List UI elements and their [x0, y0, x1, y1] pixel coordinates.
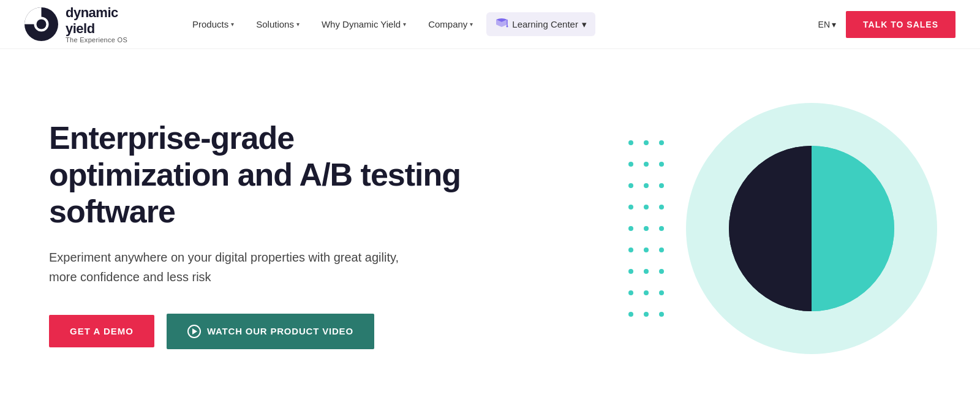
svg-point-29: [628, 312, 633, 317]
svg-point-8: [628, 162, 633, 167]
svg-point-5: [628, 140, 633, 145]
svg-point-4: [507, 26, 508, 28]
svg-point-31: [659, 312, 664, 317]
hero-illustration: dots: [625, 69, 943, 388]
dot-grid: dots: [625, 130, 680, 327]
nav-item-solutions[interactable]: Solutions ▾: [247, 14, 308, 34]
svg-point-18: [644, 226, 649, 231]
navigation: dynamicyield The Experience OS Products …: [0, 0, 980, 49]
svg-point-16: [659, 205, 664, 210]
watch-video-button[interactable]: WATCH OUR PRODUCT VIDEO: [167, 314, 374, 349]
svg-point-20: [628, 247, 633, 252]
svg-point-21: [644, 247, 649, 252]
learning-center-icon: [495, 17, 508, 31]
chevron-down-icon: ▾: [582, 19, 587, 30]
hero-content: Enterprise-grade optimization and A/B te…: [49, 120, 478, 349]
play-triangle: [192, 328, 197, 334]
svg-point-25: [659, 269, 664, 274]
nav-item-company[interactable]: Company ▾: [420, 14, 481, 34]
nav-item-why[interactable]: Why Dynamic Yield ▾: [313, 14, 415, 34]
svg-point-9: [644, 162, 649, 167]
logo-title: dynamicyield: [66, 5, 127, 36]
svg-point-13: [659, 183, 664, 188]
chevron-down-icon: ▾: [403, 21, 406, 28]
chevron-down-icon: ▾: [231, 21, 234, 28]
chevron-down-icon: ▾: [296, 21, 300, 28]
svg-point-27: [644, 290, 649, 295]
svg-point-14: [628, 205, 633, 210]
svg-point-10: [659, 162, 664, 167]
svg-point-12: [644, 183, 649, 188]
svg-point-28: [659, 290, 664, 295]
svg-point-19: [659, 226, 664, 231]
svg-point-6: [644, 140, 649, 145]
svg-point-26: [628, 290, 633, 295]
nav-item-learning-center[interactable]: Learning Center ▾: [486, 12, 595, 36]
hero-section: Enterprise-grade optimization and A/B te…: [0, 49, 980, 408]
language-selector[interactable]: EN ▾: [818, 20, 836, 29]
svg-point-2: [37, 20, 47, 29]
logo-icon: [24, 7, 58, 41]
hero-title: Enterprise-grade optimization and A/B te…: [49, 120, 478, 230]
hero-subtitle: Experiment anywhere on your digital prop…: [49, 247, 404, 287]
svg-point-30: [644, 312, 649, 317]
svg-point-15: [644, 205, 649, 210]
play-icon: [187, 325, 201, 338]
svg-point-22: [659, 247, 664, 252]
svg-point-17: [628, 226, 633, 231]
circle-illustration: [680, 97, 943, 360]
get-demo-button[interactable]: GET A DEMO: [49, 315, 154, 347]
hero-buttons: GET A DEMO WATCH OUR PRODUCT VIDEO: [49, 314, 478, 349]
svg-point-7: [659, 140, 664, 145]
nav-item-products[interactable]: Products ▾: [184, 14, 243, 34]
svg-point-23: [628, 269, 633, 274]
chevron-down-icon: ▾: [832, 20, 836, 29]
logo-subtitle: The Experience OS: [66, 36, 127, 43]
chevron-down-icon: ▾: [470, 21, 473, 28]
nav-right: EN ▾ TALK TO SALES: [818, 11, 956, 38]
talk-to-sales-button[interactable]: TALK TO SALES: [846, 11, 956, 38]
svg-point-24: [644, 269, 649, 274]
logo[interactable]: dynamicyield The Experience OS: [24, 5, 147, 43]
nav-links: Products ▾ Solutions ▾ Why Dynamic Yield…: [184, 12, 818, 36]
svg-point-11: [628, 183, 633, 188]
